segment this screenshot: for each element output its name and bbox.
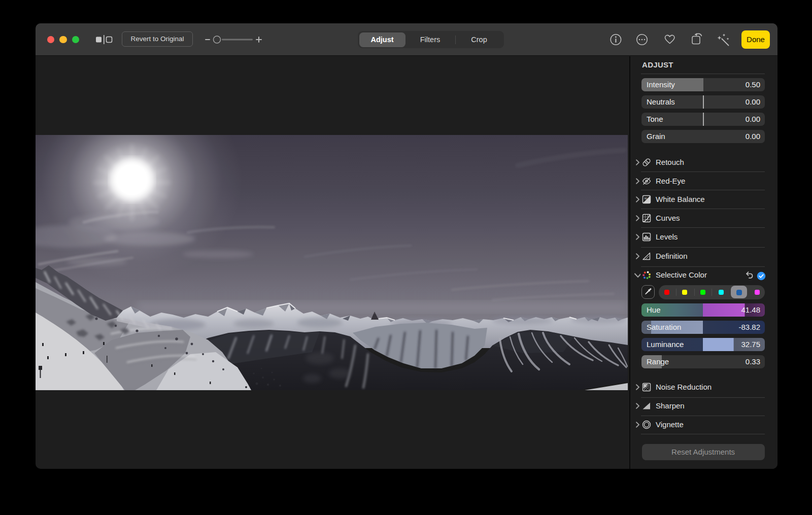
- svg-text:W: W: [645, 196, 648, 199]
